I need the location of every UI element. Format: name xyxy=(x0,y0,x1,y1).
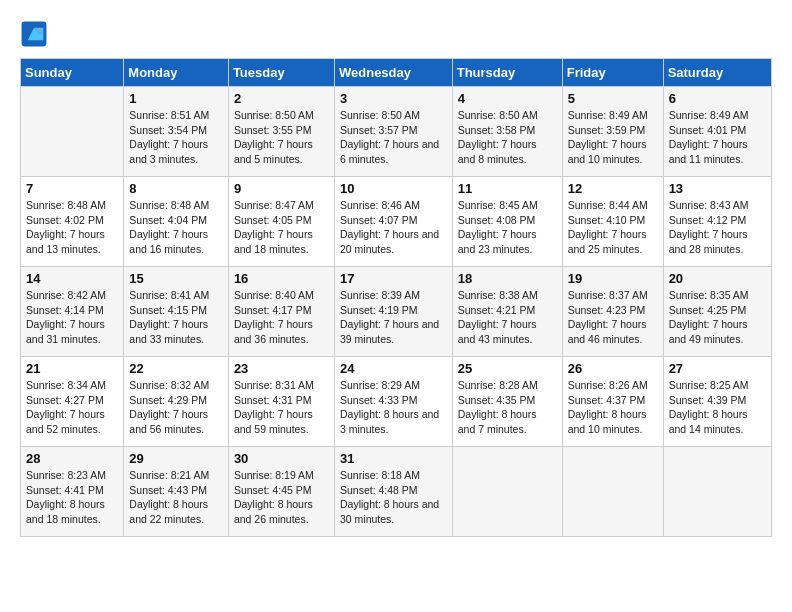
logo-icon xyxy=(20,20,48,48)
header-thursday: Thursday xyxy=(452,59,562,87)
day-number: 16 xyxy=(234,271,329,286)
day-number: 24 xyxy=(340,361,447,376)
day-cell: 25Sunrise: 8:28 AMSunset: 4:35 PMDayligh… xyxy=(452,357,562,447)
logo xyxy=(20,20,52,48)
header-monday: Monday xyxy=(124,59,229,87)
day-info: Sunrise: 8:40 AMSunset: 4:17 PMDaylight:… xyxy=(234,288,329,347)
day-cell: 20Sunrise: 8:35 AMSunset: 4:25 PMDayligh… xyxy=(663,267,771,357)
week-row-3: 14Sunrise: 8:42 AMSunset: 4:14 PMDayligh… xyxy=(21,267,772,357)
day-number: 13 xyxy=(669,181,766,196)
day-number: 3 xyxy=(340,91,447,106)
day-cell: 5Sunrise: 8:49 AMSunset: 3:59 PMDaylight… xyxy=(562,87,663,177)
day-info: Sunrise: 8:48 AMSunset: 4:02 PMDaylight:… xyxy=(26,198,118,257)
day-info: Sunrise: 8:43 AMSunset: 4:12 PMDaylight:… xyxy=(669,198,766,257)
day-cell xyxy=(21,87,124,177)
day-number: 15 xyxy=(129,271,223,286)
day-cell: 28Sunrise: 8:23 AMSunset: 4:41 PMDayligh… xyxy=(21,447,124,537)
day-number: 10 xyxy=(340,181,447,196)
day-info: Sunrise: 8:41 AMSunset: 4:15 PMDaylight:… xyxy=(129,288,223,347)
day-info: Sunrise: 8:50 AMSunset: 3:58 PMDaylight:… xyxy=(458,108,557,167)
day-number: 30 xyxy=(234,451,329,466)
day-cell: 14Sunrise: 8:42 AMSunset: 4:14 PMDayligh… xyxy=(21,267,124,357)
day-info: Sunrise: 8:19 AMSunset: 4:45 PMDaylight:… xyxy=(234,468,329,527)
day-info: Sunrise: 8:50 AMSunset: 3:57 PMDaylight:… xyxy=(340,108,447,167)
day-cell: 29Sunrise: 8:21 AMSunset: 4:43 PMDayligh… xyxy=(124,447,229,537)
day-info: Sunrise: 8:31 AMSunset: 4:31 PMDaylight:… xyxy=(234,378,329,437)
day-number: 7 xyxy=(26,181,118,196)
day-number: 27 xyxy=(669,361,766,376)
day-cell: 11Sunrise: 8:45 AMSunset: 4:08 PMDayligh… xyxy=(452,177,562,267)
day-number: 19 xyxy=(568,271,658,286)
day-info: Sunrise: 8:46 AMSunset: 4:07 PMDaylight:… xyxy=(340,198,447,257)
header-saturday: Saturday xyxy=(663,59,771,87)
day-cell: 4Sunrise: 8:50 AMSunset: 3:58 PMDaylight… xyxy=(452,87,562,177)
day-cell: 16Sunrise: 8:40 AMSunset: 4:17 PMDayligh… xyxy=(228,267,334,357)
day-info: Sunrise: 8:44 AMSunset: 4:10 PMDaylight:… xyxy=(568,198,658,257)
day-info: Sunrise: 8:39 AMSunset: 4:19 PMDaylight:… xyxy=(340,288,447,347)
day-info: Sunrise: 8:21 AMSunset: 4:43 PMDaylight:… xyxy=(129,468,223,527)
day-number: 31 xyxy=(340,451,447,466)
day-cell: 6Sunrise: 8:49 AMSunset: 4:01 PMDaylight… xyxy=(663,87,771,177)
day-info: Sunrise: 8:18 AMSunset: 4:48 PMDaylight:… xyxy=(340,468,447,527)
day-info: Sunrise: 8:25 AMSunset: 4:39 PMDaylight:… xyxy=(669,378,766,437)
day-number: 8 xyxy=(129,181,223,196)
day-number: 22 xyxy=(129,361,223,376)
day-cell: 30Sunrise: 8:19 AMSunset: 4:45 PMDayligh… xyxy=(228,447,334,537)
day-info: Sunrise: 8:47 AMSunset: 4:05 PMDaylight:… xyxy=(234,198,329,257)
day-cell xyxy=(452,447,562,537)
day-number: 1 xyxy=(129,91,223,106)
day-info: Sunrise: 8:32 AMSunset: 4:29 PMDaylight:… xyxy=(129,378,223,437)
day-cell: 9Sunrise: 8:47 AMSunset: 4:05 PMDaylight… xyxy=(228,177,334,267)
day-info: Sunrise: 8:38 AMSunset: 4:21 PMDaylight:… xyxy=(458,288,557,347)
week-row-4: 21Sunrise: 8:34 AMSunset: 4:27 PMDayligh… xyxy=(21,357,772,447)
day-cell: 3Sunrise: 8:50 AMSunset: 3:57 PMDaylight… xyxy=(334,87,452,177)
day-cell: 7Sunrise: 8:48 AMSunset: 4:02 PMDaylight… xyxy=(21,177,124,267)
day-info: Sunrise: 8:50 AMSunset: 3:55 PMDaylight:… xyxy=(234,108,329,167)
day-info: Sunrise: 8:49 AMSunset: 4:01 PMDaylight:… xyxy=(669,108,766,167)
day-info: Sunrise: 8:49 AMSunset: 3:59 PMDaylight:… xyxy=(568,108,658,167)
day-cell: 2Sunrise: 8:50 AMSunset: 3:55 PMDaylight… xyxy=(228,87,334,177)
header-sunday: Sunday xyxy=(21,59,124,87)
day-number: 4 xyxy=(458,91,557,106)
day-number: 5 xyxy=(568,91,658,106)
day-number: 26 xyxy=(568,361,658,376)
calendar-table: Sunday Monday Tuesday Wednesday Thursday… xyxy=(20,58,772,537)
day-info: Sunrise: 8:34 AMSunset: 4:27 PMDaylight:… xyxy=(26,378,118,437)
day-info: Sunrise: 8:48 AMSunset: 4:04 PMDaylight:… xyxy=(129,198,223,257)
header-wednesday: Wednesday xyxy=(334,59,452,87)
day-cell: 12Sunrise: 8:44 AMSunset: 4:10 PMDayligh… xyxy=(562,177,663,267)
day-cell: 21Sunrise: 8:34 AMSunset: 4:27 PMDayligh… xyxy=(21,357,124,447)
page-header xyxy=(20,20,772,48)
day-info: Sunrise: 8:35 AMSunset: 4:25 PMDaylight:… xyxy=(669,288,766,347)
day-info: Sunrise: 8:42 AMSunset: 4:14 PMDaylight:… xyxy=(26,288,118,347)
day-info: Sunrise: 8:51 AMSunset: 3:54 PMDaylight:… xyxy=(129,108,223,167)
day-number: 9 xyxy=(234,181,329,196)
day-number: 18 xyxy=(458,271,557,286)
day-number: 25 xyxy=(458,361,557,376)
day-info: Sunrise: 8:37 AMSunset: 4:23 PMDaylight:… xyxy=(568,288,658,347)
day-info: Sunrise: 8:45 AMSunset: 4:08 PMDaylight:… xyxy=(458,198,557,257)
day-cell xyxy=(663,447,771,537)
day-cell: 15Sunrise: 8:41 AMSunset: 4:15 PMDayligh… xyxy=(124,267,229,357)
day-number: 21 xyxy=(26,361,118,376)
day-number: 2 xyxy=(234,91,329,106)
day-cell: 10Sunrise: 8:46 AMSunset: 4:07 PMDayligh… xyxy=(334,177,452,267)
day-number: 14 xyxy=(26,271,118,286)
day-cell: 23Sunrise: 8:31 AMSunset: 4:31 PMDayligh… xyxy=(228,357,334,447)
day-number: 23 xyxy=(234,361,329,376)
day-cell: 31Sunrise: 8:18 AMSunset: 4:48 PMDayligh… xyxy=(334,447,452,537)
day-cell: 27Sunrise: 8:25 AMSunset: 4:39 PMDayligh… xyxy=(663,357,771,447)
day-cell: 8Sunrise: 8:48 AMSunset: 4:04 PMDaylight… xyxy=(124,177,229,267)
header-tuesday: Tuesday xyxy=(228,59,334,87)
day-cell: 13Sunrise: 8:43 AMSunset: 4:12 PMDayligh… xyxy=(663,177,771,267)
header-row: Sunday Monday Tuesday Wednesday Thursday… xyxy=(21,59,772,87)
day-number: 29 xyxy=(129,451,223,466)
day-cell: 24Sunrise: 8:29 AMSunset: 4:33 PMDayligh… xyxy=(334,357,452,447)
week-row-5: 28Sunrise: 8:23 AMSunset: 4:41 PMDayligh… xyxy=(21,447,772,537)
day-info: Sunrise: 8:29 AMSunset: 4:33 PMDaylight:… xyxy=(340,378,447,437)
day-cell: 26Sunrise: 8:26 AMSunset: 4:37 PMDayligh… xyxy=(562,357,663,447)
day-cell: 22Sunrise: 8:32 AMSunset: 4:29 PMDayligh… xyxy=(124,357,229,447)
day-number: 20 xyxy=(669,271,766,286)
day-info: Sunrise: 8:28 AMSunset: 4:35 PMDaylight:… xyxy=(458,378,557,437)
day-number: 12 xyxy=(568,181,658,196)
